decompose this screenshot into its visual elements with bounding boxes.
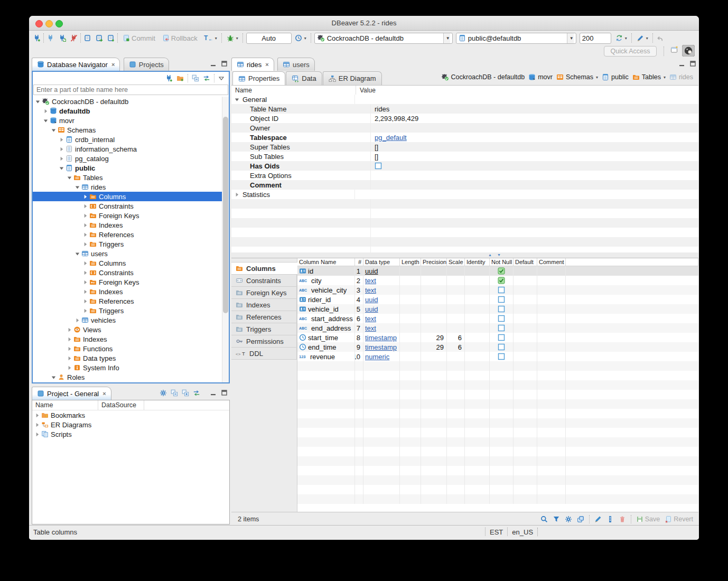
tree-item-references[interactable]: References bbox=[33, 296, 222, 306]
property-row-object-id[interactable]: Object ID2,293,998,429 bbox=[231, 114, 698, 123]
tree-item-foreign-keys[interactable]: Foreign Keys bbox=[33, 277, 222, 287]
column-header-comment[interactable]: Comment bbox=[537, 258, 566, 266]
not-null-cell[interactable] bbox=[490, 276, 514, 285]
side-tab-foreign-keys[interactable]: Foreign Keys bbox=[231, 286, 297, 299]
column-header-datasource[interactable]: DataSource bbox=[98, 400, 144, 410]
tree-item-triggers[interactable]: Triggers bbox=[33, 239, 222, 249]
maximize-editor-icon[interactable] bbox=[689, 60, 696, 67]
collapse-all-icon[interactable] bbox=[171, 389, 178, 397]
property-value[interactable] bbox=[355, 190, 359, 199]
quick-access-field[interactable]: Quick Access bbox=[604, 46, 657, 57]
tablespace-link[interactable]: pg_default bbox=[375, 134, 407, 142]
data-type-link[interactable]: uuid bbox=[365, 267, 378, 275]
column-row-end-address[interactable]: ABCend_address7text bbox=[297, 323, 698, 333]
expander-icon[interactable] bbox=[34, 422, 40, 428]
column-type-cell[interactable]: text bbox=[363, 314, 400, 323]
not-null-cell[interactable] bbox=[490, 333, 514, 342]
navigator-scrollbar[interactable] bbox=[222, 97, 229, 382]
property-row-has-oids[interactable]: Has Oids bbox=[231, 161, 698, 171]
disconnect-icon[interactable] bbox=[70, 34, 78, 42]
minimize-editor-icon[interactable] bbox=[678, 60, 685, 67]
editor-tab-rides[interactable]: rides × bbox=[231, 58, 274, 71]
tree-item-system-info[interactable]: System Info bbox=[33, 363, 222, 372]
property-value[interactable]: pg_default bbox=[371, 133, 407, 142]
data-type-link[interactable]: timestamp bbox=[365, 334, 397, 342]
expander-icon[interactable] bbox=[59, 137, 64, 143]
not-null-cell[interactable] bbox=[490, 285, 514, 295]
property-value[interactable] bbox=[371, 171, 375, 180]
property-row-tablespace[interactable]: Tablespacepg_default bbox=[231, 133, 698, 142]
expander-icon[interactable] bbox=[82, 222, 88, 228]
expander-icon[interactable] bbox=[82, 232, 88, 238]
tree-item-functions[interactable]: Functions bbox=[33, 344, 222, 353]
tree-item-pg-catalog[interactable]: pg_catalog bbox=[33, 154, 222, 163]
not-null-cell[interactable] bbox=[490, 314, 514, 323]
tree-item-columns[interactable]: Columns bbox=[33, 258, 222, 268]
tab-projects[interactable]: Projects bbox=[124, 58, 169, 71]
expander-icon[interactable] bbox=[82, 308, 88, 314]
schema-combo[interactable]: public@defaultdb ▼ bbox=[456, 33, 576, 44]
checkbox-checked-icon[interactable] bbox=[498, 277, 505, 284]
column-type-cell[interactable]: uuid bbox=[363, 266, 400, 276]
reconnect-icon[interactable] bbox=[59, 34, 66, 42]
chevron-down-icon[interactable]: ▾ bbox=[664, 75, 666, 80]
side-tab-ddl[interactable]: <>TDDL bbox=[231, 347, 297, 360]
tab-project-general[interactable]: Project - General × bbox=[32, 387, 111, 400]
delete-icon[interactable] bbox=[619, 516, 626, 523]
data-type-link[interactable]: numeric bbox=[365, 353, 389, 361]
checkbox-unchecked-icon[interactable] bbox=[498, 315, 505, 322]
property-row-owner[interactable]: Owner bbox=[231, 123, 698, 133]
side-tab-triggers[interactable]: Triggers bbox=[231, 323, 297, 335]
new-connection-icon[interactable] bbox=[33, 34, 41, 42]
column-header-precision[interactable]: Precision bbox=[421, 258, 447, 266]
property-value[interactable] bbox=[371, 180, 375, 190]
new-folder-icon[interactable] bbox=[176, 74, 184, 82]
expander-icon[interactable] bbox=[74, 251, 80, 257]
checkbox-checked-icon[interactable] bbox=[498, 267, 505, 275]
checkbox-unchecked-icon[interactable] bbox=[498, 353, 505, 360]
project-item-bookmarks[interactable]: Bookmarks bbox=[32, 410, 229, 420]
tree-item-constraints[interactable]: Constraints bbox=[33, 201, 222, 211]
edit-icon[interactable] bbox=[594, 516, 602, 523]
checkbox-unchecked-icon[interactable] bbox=[498, 324, 505, 332]
tree-item-constraints[interactable]: Constraints bbox=[33, 268, 222, 277]
property-value[interactable] bbox=[371, 123, 375, 133]
add-column-icon[interactable] bbox=[606, 516, 614, 523]
link-with-editor-icon[interactable] bbox=[193, 389, 200, 397]
close-icon[interactable]: × bbox=[111, 61, 115, 68]
expander-icon[interactable] bbox=[51, 127, 57, 133]
data-type-link[interactable]: text bbox=[365, 315, 376, 323]
open-perspective-icon[interactable] bbox=[670, 45, 679, 54]
breadcrumb-item-rides[interactable]: rides bbox=[669, 73, 693, 81]
close-icon[interactable]: × bbox=[265, 61, 268, 68]
expander-icon[interactable] bbox=[59, 165, 64, 171]
project-item-er-diagrams[interactable]: ER Diagrams bbox=[32, 420, 229, 429]
expander-icon[interactable] bbox=[82, 213, 88, 219]
subtab-properties[interactable]: Properties bbox=[232, 71, 285, 85]
tree-item-defaultdb[interactable]: defaultdb bbox=[33, 106, 222, 116]
expander-icon[interactable] bbox=[82, 260, 88, 266]
tree-item-columns[interactable]: Columns bbox=[33, 192, 222, 201]
revert-button[interactable]: Revert bbox=[665, 516, 693, 523]
expander-icon[interactable] bbox=[74, 317, 80, 323]
column-row-city[interactable]: ABCcity2text bbox=[297, 276, 698, 285]
minimize-view-icon[interactable] bbox=[210, 60, 217, 67]
column-header-identity[interactable]: Identity bbox=[465, 258, 490, 266]
tree-item-crdb-internal[interactable]: crdb_internal bbox=[33, 135, 222, 144]
save-button[interactable]: Save bbox=[636, 516, 660, 523]
side-tab-indexes[interactable]: Indexes bbox=[231, 298, 297, 311]
tree-item-triggers[interactable]: Triggers bbox=[33, 306, 222, 315]
gear-icon[interactable] bbox=[565, 516, 572, 523]
new-sql-editor-icon[interactable] bbox=[107, 34, 115, 42]
not-null-cell[interactable] bbox=[490, 295, 514, 304]
checkbox-unchecked-icon[interactable] bbox=[375, 162, 382, 170]
column-type-cell[interactable]: uuid bbox=[363, 295, 400, 304]
expander-icon[interactable] bbox=[67, 365, 72, 371]
column-row-start-address[interactable]: ABCstart_address6text bbox=[297, 314, 698, 323]
side-tab-constraints[interactable]: Constraints bbox=[231, 274, 297, 287]
expander-icon[interactable] bbox=[59, 146, 64, 152]
expander-icon[interactable] bbox=[74, 184, 80, 190]
expander-icon[interactable] bbox=[82, 279, 88, 285]
open-sql-editor-icon[interactable] bbox=[96, 34, 103, 42]
expander-icon[interactable] bbox=[82, 203, 88, 209]
